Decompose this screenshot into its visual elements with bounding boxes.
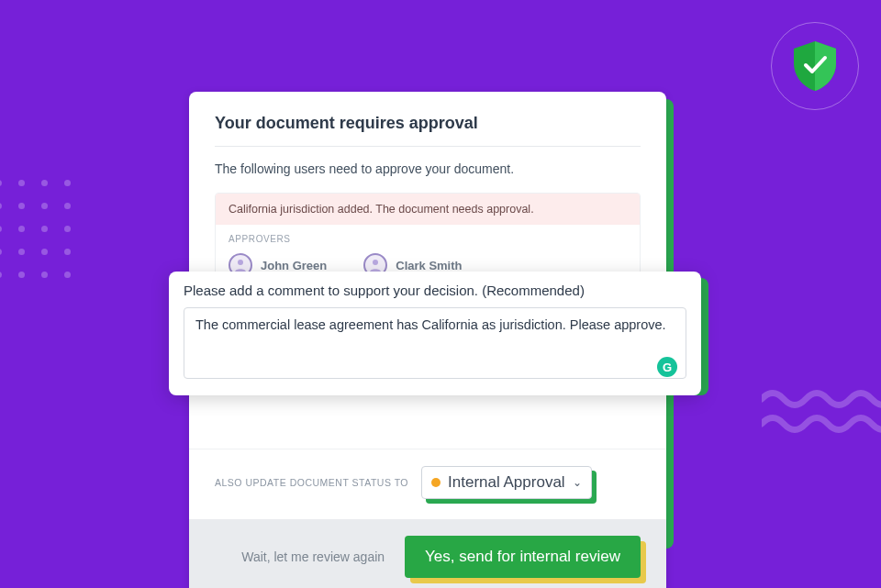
- modal-subtitle: The following users need to approve your…: [215, 161, 641, 176]
- send-for-review-button[interactable]: Yes, send for internal review: [405, 536, 641, 578]
- shield-badge: [771, 22, 859, 110]
- grammarly-icon[interactable]: G: [657, 357, 677, 377]
- chevron-down-icon: ⌄: [573, 476, 582, 489]
- comment-panel: Please add a comment to support your dec…: [169, 272, 701, 395]
- alert-strip: California jurisdiction added. The docum…: [216, 194, 640, 225]
- svg-point-0: [238, 260, 243, 265]
- comment-textarea[interactable]: [184, 307, 686, 379]
- status-select[interactable]: Internal Approval ⌄: [421, 466, 592, 499]
- approver-name: Clark Smith: [396, 259, 462, 272]
- decorative-waves: [762, 385, 881, 440]
- approvers-label: APPROVERS: [216, 225, 640, 248]
- svg-point-1: [373, 260, 378, 265]
- review-again-button[interactable]: Wait, let me review again: [234, 540, 392, 573]
- decorative-dot-grid: [0, 180, 71, 278]
- status-label: ALSO UPDATE DOCUMENT STATUS TO: [215, 477, 408, 488]
- status-row: ALSO UPDATE DOCUMENT STATUS TO Internal …: [189, 449, 666, 514]
- modal-footer: Wait, let me review again Yes, send for …: [189, 519, 666, 588]
- approver-name: John Green: [261, 259, 327, 272]
- status-dot-icon: [431, 478, 440, 487]
- comment-label: Please add a comment to support your dec…: [184, 283, 686, 298]
- status-selected-value: Internal Approval: [448, 473, 565, 492]
- modal-title: Your document requires approval: [215, 114, 641, 147]
- shield-check-icon: [790, 39, 840, 93]
